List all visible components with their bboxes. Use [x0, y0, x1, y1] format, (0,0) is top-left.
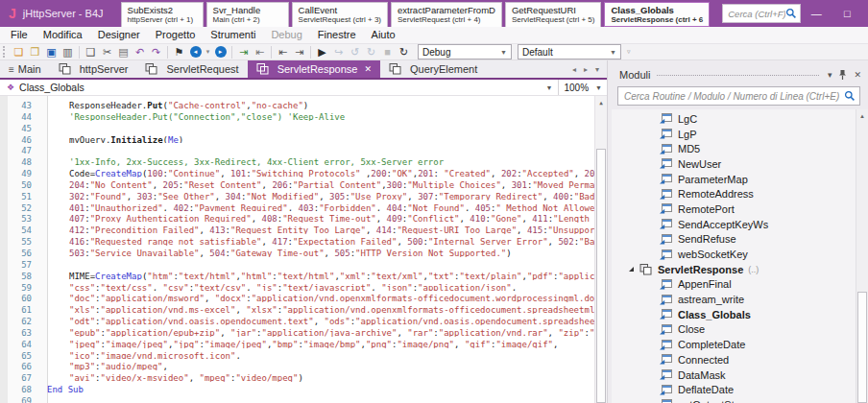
- module-tree-item-AppenFinal[interactable]: AppenFinal: [612, 277, 856, 293]
- menu-item-finestre[interactable]: Finestre: [310, 27, 364, 43]
- routine-icon: [660, 129, 672, 139]
- menu-item-file[interactable]: File: [3, 27, 36, 43]
- rebuild-icon[interactable]: ↻: [396, 44, 412, 59]
- tab-list-dropdown-icon[interactable]: ▾: [591, 65, 603, 74]
- tab-scroll-right-icon[interactable]: ▸: [580, 65, 591, 74]
- scroll-up-icon[interactable]: ▲: [856, 109, 868, 122]
- panel-close-icon[interactable]: ✕: [851, 70, 864, 80]
- quick-tab-Class_Globals[interactable]: Class_GlobalsServletResponse (ctrl + 6: [604, 2, 710, 27]
- save-icon[interactable]: ▣: [43, 44, 60, 59]
- cut-icon[interactable]: ✂: [99, 44, 115, 59]
- module-tree-item-CompleteDate[interactable]: CompleteDate: [612, 337, 856, 352]
- panel-menu-dropdown-icon[interactable]: ▾: [825, 70, 835, 80]
- quick-tab-CallEvent[interactable]: CallEventServletRequest (ctrl + 3): [292, 2, 388, 27]
- module-tree-item-Close[interactable]: Close: [612, 322, 856, 338]
- quick-tab-extractParameterFromD[interactable]: extractParameterFromDServletRequest (ctr…: [391, 2, 502, 27]
- quick-tab-GetRequestURI[interactable]: GetRequestURIServletRequest (ctrl + 5): [505, 2, 601, 27]
- uncomment-icon[interactable]: ⇤: [252, 44, 268, 59]
- menu-item-aiuto[interactable]: Aiuto: [364, 27, 403, 43]
- document-tab-Main[interactable]: ≡Main: [0, 60, 50, 78]
- layout-variant-select[interactable]: Default ▼: [518, 44, 621, 59]
- module-tree-item-MD5[interactable]: MD5: [612, 141, 856, 156]
- module-tree-item-LgC[interactable]: LgC: [612, 111, 856, 127]
- navigate-back-icon[interactable]: ◂: [187, 44, 204, 59]
- module-tree-item-Class_Globals[interactable]: Class_Globals: [612, 307, 856, 322]
- window-title: jHttpServer - B4J: [23, 8, 104, 19]
- document-tab-ServletRequest[interactable]: ServletRequest: [136, 60, 247, 78]
- build-configuration-select[interactable]: Debug ▼: [418, 44, 512, 59]
- editor-zoom-select[interactable]: 100% ▼: [558, 80, 607, 95]
- scroll-up-icon[interactable]: ▲: [595, 96, 607, 108]
- tree-expander-icon[interactable]: [629, 267, 634, 272]
- redo-icon[interactable]: ↷: [148, 44, 164, 59]
- toolbar-separator: [310, 46, 311, 59]
- menu-item-strumenti[interactable]: Strumenti: [203, 27, 263, 43]
- menu-item-debug: Debug: [263, 27, 309, 43]
- comment-icon[interactable]: ⇥: [235, 44, 252, 59]
- module-tree-item-NewUser[interactable]: NewUser: [612, 156, 856, 172]
- maximize-button[interactable]: □: [832, 0, 862, 27]
- editor-scrollbar-thumb[interactable]: [596, 149, 606, 403]
- routine-icon: [660, 189, 672, 200]
- document-tab-ServletResponse[interactable]: ServletResponse✕: [248, 60, 380, 78]
- close-button[interactable]: ✕: [862, 0, 868, 27]
- quick-tab-Svr_Handle[interactable]: Svr_HandleMain (ctrl + 2): [206, 2, 289, 27]
- tab-scroll-left-icon[interactable]: ◂: [568, 65, 580, 74]
- modules-scrollbar[interactable]: ▲: [856, 109, 868, 403]
- navigate-back-menu[interactable]: ▾: [204, 44, 212, 59]
- module-tree-item-SendRefuse[interactable]: SendRefuse: [612, 232, 856, 248]
- bookmark-icon[interactable]: ⚑: [171, 44, 187, 59]
- sub-icon: ❖: [7, 83, 14, 92]
- module-tree-item-ServletResponse[interactable]: ServletResponse(..): [612, 262, 856, 277]
- paste-icon[interactable]: ▤: [115, 44, 132, 59]
- find-icon[interactable]: ▥: [60, 44, 76, 59]
- minimize-button[interactable]: —: [801, 0, 832, 27]
- code-editor[interactable]: 43ResponseHeader.Put("Cache-control","no…: [0, 96, 607, 403]
- menu-item-progetto[interactable]: Progetto: [148, 27, 204, 43]
- zoom-level-value: 100%: [564, 83, 589, 93]
- open-file-icon[interactable]: ❒: [27, 44, 43, 59]
- module-tree-item-SendAcceptKeyWs[interactable]: SendAcceptKeyWs: [612, 217, 856, 232]
- code-line-48: 48'1xx-Info, 2xx-Success, 3xx-Redirect, …: [0, 154, 594, 166]
- pin-icon[interactable]: [834, 69, 851, 81]
- module-tree-item-DataMask[interactable]: DataMask: [612, 367, 856, 383]
- toolbar-overflow-icon[interactable]: ▿: [627, 48, 631, 56]
- build-configuration-value: Debug: [422, 47, 450, 58]
- module-tree-label: getOutputStream: [678, 399, 759, 403]
- document-tab-httpServer[interactable]: httpServer: [50, 60, 137, 78]
- menu-item-modifica[interactable]: Modifica: [36, 27, 90, 43]
- titlebar-search-input[interactable]: Cerca (Ctrl+F): [722, 4, 801, 23]
- document-tab-QueryElement[interactable]: QueryElement: [380, 60, 486, 78]
- new-file-icon[interactable]: ❏: [11, 44, 27, 59]
- code-module-icon: [145, 63, 157, 75]
- sub-list-dropdown[interactable]: ▼: [541, 84, 559, 91]
- module-tree-item-getOutputStream[interactable]: getOutputStream: [612, 397, 856, 403]
- toolbar-grip: [3, 46, 8, 58]
- module-tree-item-LgP[interactable]: LgP: [612, 127, 856, 142]
- navigate-forward-icon[interactable]: ▸: [212, 44, 229, 59]
- editor-vertical-scrollbar[interactable]: ▲: [594, 96, 607, 403]
- modules-search-input[interactable]: Cerca Routine / Modulo / Numero di Linea…: [617, 86, 860, 106]
- routine-icon: [660, 279, 672, 290]
- run-icon[interactable]: ▶: [314, 44, 330, 59]
- module-tree-item-Connected[interactable]: Connected: [612, 352, 856, 367]
- code-line-46: 46myQuery.Initialize(Me): [0, 132, 594, 144]
- quick-tab-SubExists2[interactable]: SubExists2httpServer (ctrl + 1): [121, 2, 204, 27]
- module-tree-item-DeflateDate[interactable]: DeflateDate: [612, 382, 856, 397]
- modules-tree: LgCLgPMD5NewUserParameterMapRemoteAddres…: [612, 109, 868, 403]
- module-tree-item-ParameterMap[interactable]: ParameterMap: [612, 172, 856, 187]
- menu-item-designer[interactable]: Designer: [90, 27, 148, 43]
- module-tree-item-RemoteAddress[interactable]: RemoteAddress: [612, 186, 856, 202]
- module-tree-label: ServletResponse: [658, 264, 743, 275]
- tab-close-icon[interactable]: ✕: [364, 64, 372, 74]
- indent-icon[interactable]: ⇥: [291, 44, 307, 59]
- copy-icon[interactable]: ❑: [83, 44, 99, 59]
- module-tree-item-RemotePort[interactable]: RemotePort: [612, 202, 856, 217]
- routine-icon: [660, 249, 672, 260]
- modules-scrollbar-thumb[interactable]: [857, 292, 867, 403]
- code-line-47: 47: [0, 143, 594, 154]
- outdent-icon[interactable]: ⇤: [275, 44, 291, 59]
- module-tree-item-astream_write[interactable]: astream_write: [612, 292, 856, 307]
- undo-icon[interactable]: ↶: [132, 44, 148, 59]
- module-tree-item-webSocketKey[interactable]: webSocketKey: [612, 247, 856, 262]
